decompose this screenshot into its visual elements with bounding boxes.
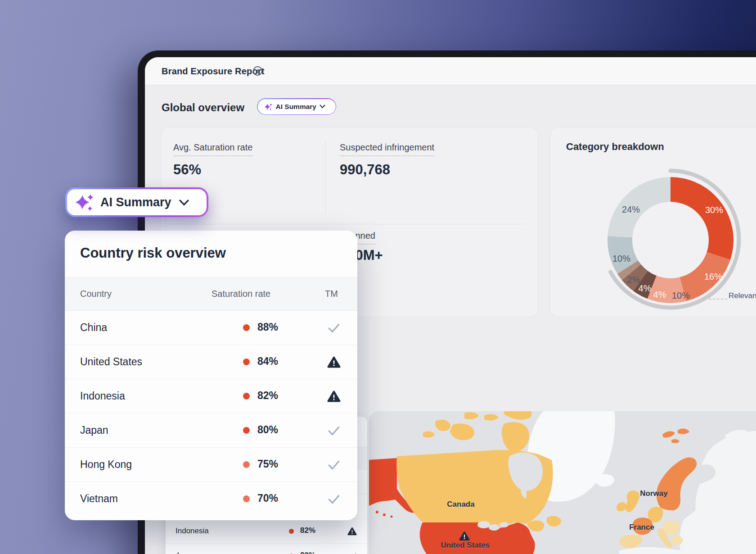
check-icon bbox=[327, 458, 341, 472]
saturation-rate: 82% bbox=[257, 390, 278, 402]
ai-summary-button[interactable]: AI Summary bbox=[257, 98, 336, 115]
card-title: Category breakdown bbox=[566, 141, 664, 153]
section-title: Global overview bbox=[162, 101, 244, 114]
chevron-down-icon bbox=[320, 104, 325, 109]
page: Brand Exposure Report i Global overview … bbox=[0, 0, 756, 554]
donut-segment-label: 4% bbox=[639, 283, 652, 294]
warning-icon bbox=[459, 531, 470, 541]
table-row[interactable]: Indonesia 82% bbox=[65, 379, 357, 413]
divider bbox=[325, 141, 326, 213]
info-icon[interactable]: i bbox=[253, 66, 262, 76]
table-row[interactable]: Indonesia 82% bbox=[166, 519, 367, 544]
table-row[interactable]: Japan 80% bbox=[166, 544, 367, 554]
check-icon bbox=[327, 492, 341, 506]
stat-label[interactable]: Avg. Saturation rate bbox=[173, 142, 252, 156]
check-icon bbox=[327, 321, 341, 335]
check-icon bbox=[347, 551, 357, 554]
column-header[interactable]: TM bbox=[325, 289, 338, 299]
risk-dot bbox=[243, 359, 250, 365]
stat-label[interactable]: Suspected infringement bbox=[340, 142, 434, 156]
stat-value: 56% bbox=[173, 162, 201, 178]
warning-icon bbox=[327, 355, 341, 369]
map-label-canada[interactable]: Canada bbox=[447, 500, 474, 509]
warning-icon bbox=[347, 527, 357, 536]
donut-segment-label: 10% bbox=[612, 254, 630, 264]
saturation-rate: 70% bbox=[257, 492, 278, 504]
sparkle-icon bbox=[73, 191, 95, 213]
world-map-card: Canada United States Norway France bbox=[369, 411, 756, 554]
donut-segment-label: 30% bbox=[705, 205, 723, 215]
table-row[interactable]: United States 84% bbox=[65, 345, 357, 379]
map-label-norway[interactable]: Norway bbox=[640, 489, 667, 498]
map-label-france[interactable]: France bbox=[629, 523, 654, 532]
map-label-united-states[interactable]: United States bbox=[441, 541, 490, 550]
divider bbox=[171, 224, 528, 224]
risk-dot bbox=[243, 393, 250, 400]
chevron-down-icon bbox=[179, 199, 189, 206]
country-name: Vietnam bbox=[80, 493, 118, 505]
risk-dot bbox=[243, 324, 250, 331]
ai-summary-floating-button[interactable]: AI Summary bbox=[65, 187, 208, 217]
risk-dot bbox=[289, 529, 294, 534]
saturation-rate: 84% bbox=[257, 355, 278, 368]
saturation-rate: 82% bbox=[300, 526, 315, 535]
country-name: United States bbox=[80, 356, 142, 368]
check-icon bbox=[327, 424, 341, 437]
saturation-rate: 75% bbox=[257, 458, 278, 470]
page-title: Brand Exposure Report bbox=[162, 66, 265, 77]
risk-dot bbox=[243, 461, 250, 468]
risk-dot bbox=[243, 427, 250, 434]
ai-summary-label: AI Summary bbox=[100, 195, 171, 209]
warning-icon bbox=[327, 390, 341, 403]
risk-dot bbox=[243, 495, 250, 502]
saturation-rate: 80% bbox=[300, 551, 315, 554]
donut-segment-label: 4% bbox=[653, 290, 666, 300]
country-name: China bbox=[80, 322, 107, 334]
category-breakdown-card: Category breakdown 30% 16% 10% 4% 4% 2% … bbox=[550, 127, 756, 317]
ai-summary-label: AI Summary bbox=[276, 103, 316, 111]
stat-value: 990,768 bbox=[340, 162, 390, 178]
column-header[interactable]: Saturation rate bbox=[212, 289, 270, 299]
donut-segment-label: 2% bbox=[627, 275, 640, 285]
country-name: Indonesia bbox=[80, 390, 125, 402]
window-header: Brand Exposure Report i bbox=[145, 57, 756, 85]
table-row[interactable]: Japan 80% bbox=[65, 413, 357, 448]
table-row[interactable]: China 88% bbox=[65, 311, 357, 345]
saturation-rate: 88% bbox=[257, 321, 278, 333]
donut-segment-label: 10% bbox=[672, 291, 690, 301]
sparkle-icon bbox=[264, 102, 273, 111]
country-risk-popover: Country risk overview Country Saturation… bbox=[65, 231, 357, 520]
world-map[interactable] bbox=[369, 411, 756, 554]
donut-segment-label: 24% bbox=[622, 204, 640, 215]
country-name: Japan bbox=[176, 551, 196, 554]
donut-chart[interactable] bbox=[608, 177, 734, 303]
callout-leader-line bbox=[709, 299, 728, 300]
saturation-rate: 80% bbox=[257, 424, 278, 436]
table-row[interactable]: Vietnam 70% bbox=[65, 482, 357, 516]
country-name: Hong Kong bbox=[80, 459, 132, 471]
callout-label: Relevant bbox=[729, 291, 756, 300]
popover-title: Country risk overview bbox=[80, 245, 226, 261]
table-row[interactable]: Hong Kong 75% bbox=[65, 448, 357, 482]
column-header[interactable]: Country bbox=[80, 289, 112, 299]
country-name: Indonesia bbox=[176, 527, 209, 536]
table-header: Country Saturation rate TM bbox=[65, 277, 357, 311]
donut-segment-label: 16% bbox=[704, 272, 722, 282]
country-name: Japan bbox=[80, 424, 108, 436]
